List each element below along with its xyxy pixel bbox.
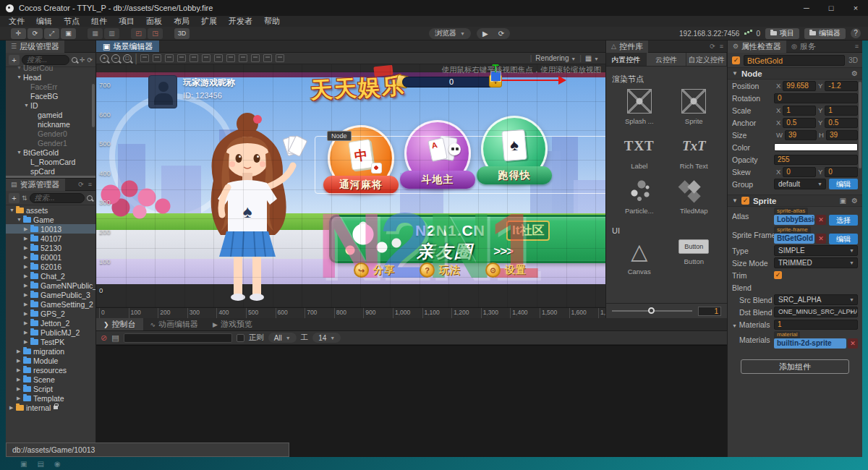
asset-node[interactable]: ▶ PublicMJ_2 [6, 328, 95, 337]
regex-checkbox[interactable] [237, 334, 244, 342]
console-tab[interactable]: ▶ 游戏预览 [205, 318, 260, 330]
menu-item[interactable]: 编辑 [30, 16, 58, 27]
gizmo-frame-toggle-icon[interactable]: ◳ [148, 28, 163, 39]
asset-node[interactable]: ▼ assets [6, 205, 95, 215]
minimize-button[interactable]: ─ [794, 0, 819, 16]
hierarchy-node[interactable]: FaceErr [6, 82, 95, 91]
icon-size-value[interactable]: 1 [698, 307, 721, 316]
align-right-icon[interactable] [202, 54, 210, 62]
help-button[interactable]: ? [851, 28, 861, 38]
hierarchy-node[interactable]: nickname [6, 119, 95, 129]
sprite-enabled-checkbox[interactable] [741, 197, 749, 205]
asset-node[interactable]: ▶ resources [6, 365, 95, 375]
library-tab[interactable]: 内置控件 [606, 53, 647, 66]
position-y-input[interactable]: -1.2 [825, 81, 858, 91]
asset-node[interactable]: ▶ 62016 [6, 262, 95, 271]
gizmo-position-toggle-icon[interactable]: ▦ [88, 28, 103, 39]
menu-item[interactable]: 开发者 [223, 16, 258, 27]
expand-arrow-icon[interactable]: ▶ [24, 236, 30, 242]
rotate-tool-icon[interactable]: ⟳ [27, 28, 43, 39]
tab-assets[interactable]: ▤ 资源管理器 [6, 179, 65, 191]
sprite-frame-value[interactable]: BtGetGold [774, 234, 814, 244]
open-project-button[interactable]: 项目 [765, 28, 799, 39]
collapse-arrow-icon[interactable]: ▼ [732, 323, 737, 328]
add-asset-button[interactable]: + [9, 193, 20, 203]
align-bottom-icon[interactable] [165, 54, 174, 62]
expand-arrow-icon[interactable]: ▶ [17, 386, 23, 392]
color-swatch[interactable] [774, 143, 858, 151]
src-blend-dropdown[interactable]: SRC_ALPHA [774, 294, 858, 305]
refresh-icon[interactable]: ⟳ [87, 56, 93, 64]
opacity-input[interactable]: 255 [774, 155, 858, 165]
inspector-scrollbar[interactable] [859, 82, 861, 168]
expand-icon[interactable] [276, 54, 284, 62]
zoom-out-icon[interactable]: − [111, 54, 120, 63]
expand-arrow-icon[interactable]: ▶ [17, 349, 23, 354]
gizmo-rect-toggle-icon[interactable]: ◰ [131, 28, 146, 39]
clear-console-icon[interactable]: ⊘ [101, 333, 107, 343]
align-h-center-icon[interactable] [190, 54, 198, 62]
close-button[interactable]: × [843, 0, 868, 16]
same-size-icon[interactable] [263, 54, 272, 62]
node-name-field[interactable]: BtGetGold [744, 55, 845, 66]
sort-icon[interactable]: ⇅ [22, 195, 27, 202]
menu-item[interactable]: 扩展 [195, 16, 223, 27]
expand-arrow-icon[interactable]: ▶ [24, 311, 30, 317]
expand-arrow-icon[interactable]: ▶ [24, 283, 30, 289]
expand-arrow-icon[interactable]: ▶ [24, 226, 30, 232]
clear-icon[interactable]: ✕ [816, 215, 826, 225]
menu-item[interactable]: 帮助 [258, 16, 286, 27]
node-enabled-checkbox[interactable] [732, 56, 740, 64]
same-width-icon[interactable] [239, 54, 247, 62]
font-size-dropdown[interactable]: 14▼ [312, 333, 341, 343]
tab-services[interactable]: ◎ 服务 [786, 40, 821, 53]
align-left-icon[interactable] [177, 54, 186, 62]
asset-node[interactable]: ▶ GameSetting_2 [6, 299, 95, 309]
rotation-input[interactable]: 0 [774, 93, 858, 103]
expand-arrow-icon[interactable]: ▶ [24, 302, 30, 307]
same-height-icon[interactable] [251, 54, 260, 62]
hierarchy-node[interactable]: spCard [6, 166, 95, 176]
library-item[interactable]: Sprite [667, 89, 722, 134]
collapse-arrow-icon[interactable]: ▼ [732, 197, 738, 204]
image-layer-icon[interactable]: ▦ ▼ [585, 54, 599, 62]
library-item[interactable]: Splash ... [612, 89, 667, 134]
asset-node[interactable]: ▶ Module [6, 356, 95, 365]
hierarchy-node[interactable]: ▼ UserCou [6, 63, 95, 72]
position-x-input[interactable]: 99.658 [783, 81, 816, 91]
library-item[interactable]: △ Canvas [612, 239, 667, 284]
hierarchy-node[interactable]: gameid [6, 110, 95, 119]
sprite-section-header[interactable]: ▼ Sprite ▣ ⚙ [728, 195, 862, 207]
expand-arrow-icon[interactable]: ▶ [24, 339, 30, 345]
group-dropdown[interactable]: default [774, 179, 826, 189]
menu-item[interactable]: 面板 [140, 16, 168, 27]
asset-node[interactable]: ▶ Template [6, 393, 95, 403]
move-tool-icon[interactable]: ✛ [11, 28, 26, 39]
expand-arrow-icon[interactable]: ▶ [24, 292, 30, 298]
type-dropdown[interactable]: SIMPLE [774, 245, 858, 256]
expand-arrow-icon[interactable]: ▶ [17, 367, 23, 373]
mode-3d-button[interactable]: 3D [174, 28, 190, 39]
hierarchy-node[interactable]: Gender1 [6, 138, 95, 148]
anchor-x-input[interactable]: 0.5 [783, 118, 816, 128]
dst-blend-dropdown[interactable]: ONE_MINUS_SRC_ALPHA [774, 307, 858, 317]
select-atlas-button[interactable]: 选择 [829, 215, 858, 226]
asset-node[interactable]: ▶ Scene [6, 375, 95, 384]
expand-arrow-icon[interactable]: ▼ [17, 217, 23, 222]
assets-search-input[interactable] [30, 193, 85, 203]
console-filter-input[interactable] [124, 333, 232, 343]
rendering-mode-dropdown[interactable]: Rendering ▼ [535, 54, 576, 62]
tab-scene-editor[interactable]: ▣ 场景编辑器 [96, 40, 159, 52]
eye-icon[interactable]: ◉ [54, 460, 61, 468]
library-item[interactable]: Particle... [612, 179, 667, 223]
console-tab[interactable]: ∿ 动画编辑器 [143, 318, 206, 330]
edit-group-button[interactable]: 编辑 [829, 179, 858, 189]
menu-item[interactable]: 项目 [113, 16, 140, 27]
menu-icon[interactable]: ≡ [855, 43, 859, 50]
library-item[interactable]: TxT Rich Text [667, 134, 722, 179]
asset-node[interactable]: ▶ 40107 [6, 234, 95, 243]
asset-node[interactable]: ▶ 60001 [6, 252, 95, 262]
hierarchy-scrollbar[interactable] [92, 84, 95, 127]
expand-arrow-icon[interactable]: ▼ [17, 150, 23, 155]
align-top-icon[interactable] [140, 54, 149, 62]
